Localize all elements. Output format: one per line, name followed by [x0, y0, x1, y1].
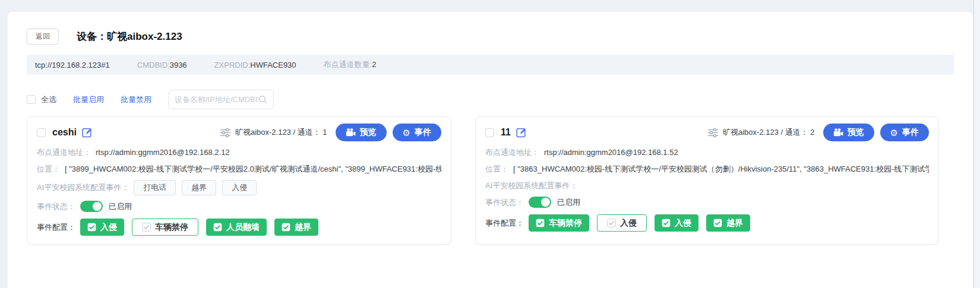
preview-button[interactable]: 预览	[336, 124, 387, 141]
batch-enable-link[interactable]: 批量启用	[73, 94, 104, 105]
card-checkbox[interactable]	[37, 128, 46, 137]
search-input[interactable]	[175, 95, 258, 104]
checkbox-icon	[713, 219, 722, 227]
event-config-row: 事件配置： 入侵车辆禁停人员翻墙越界	[37, 219, 441, 236]
back-button[interactable]: 返回	[27, 29, 59, 45]
event-status-row: 事件状态： 已启用	[37, 201, 441, 212]
sliders-icon[interactable]	[220, 128, 230, 137]
checkbox-icon	[142, 223, 151, 232]
sliders-icon[interactable]	[708, 128, 718, 137]
event-config-button[interactable]: 车辆禁停	[132, 219, 198, 236]
channel-address-value: rtsp://admin:ggmm2016@192.168.1.52	[544, 148, 678, 157]
channel-address-value: rtsp://admin:ggmm2016@192.168.2.12	[96, 148, 230, 157]
toolbar: 全选 批量启用 批量禁用	[27, 90, 954, 109]
event-config-button[interactable]: 入侵	[597, 214, 647, 232]
video-camera-icon	[833, 128, 843, 137]
event-button[interactable]: ⚙ 事件	[880, 124, 929, 141]
device-address: tcp://192.168.2.123#1	[35, 61, 110, 69]
event-config-button[interactable]: 入侵	[80, 219, 124, 236]
location-value: [ "3863_HWCAM002:校园-线下测试学校一/平安校园测试（勿删）/H…	[513, 164, 929, 175]
ai-event-tags: 打电话越界入侵	[134, 180, 257, 195]
scrollbar-track[interactable]	[973, 0, 980, 288]
device-card: 11 旷视aibox-2.123 / 通道： 2 预览 ⚙ 事件	[475, 116, 939, 245]
event-status-text: 已启用	[557, 197, 580, 208]
search-icon	[258, 95, 267, 104]
gear-icon: ⚙	[403, 128, 410, 137]
edit-icon[interactable]	[516, 127, 527, 138]
event-status-row: 事件状态： 已启用	[485, 197, 929, 208]
event-status-text: 已启用	[109, 201, 132, 212]
location-row: 位置： [ "3863_HWCAM002:校园-线下测试学校一/平安校园测试（勿…	[485, 163, 929, 175]
search-box	[168, 90, 274, 109]
event-config-button[interactable]: 车辆禁停	[529, 214, 589, 232]
event-config-button[interactable]: 越界	[274, 219, 318, 236]
device-channel-label: 旷视aibox-2.123 / 通道： 2	[723, 127, 815, 138]
device-info-bar: tcp://192.168.2.123#1 CMDBID:3936 ZXPRDI…	[27, 55, 954, 75]
preview-button[interactable]: 预览	[823, 124, 874, 141]
channel-count-field: 布点通道数量:2	[324, 59, 377, 70]
batch-disable-link[interactable]: 批量禁用	[121, 94, 151, 105]
ai-event-tag: 打电话	[134, 180, 176, 195]
page-title: 设备：旷视aibox-2.123	[77, 30, 182, 43]
ai-events-row: AI平安校园系统配置事件： 打电话越界入侵	[37, 180, 441, 195]
card-title: 11	[501, 127, 511, 138]
channel-address-row: 布点通道地址： rtsp://admin:ggmm2016@192.168.1.…	[485, 147, 929, 158]
checkbox-icon	[282, 223, 290, 232]
device-card-list: ceshi 旷视aibox-2.123 / 通道： 1 预览 ⚙ 事件	[27, 116, 954, 245]
device-channel-label: 旷视aibox-2.123 / 通道： 1	[235, 127, 327, 138]
select-all-label: 全选	[41, 94, 56, 105]
ai-events-row: AI平安校园系统配置事件：	[485, 180, 929, 191]
checkbox-icon	[87, 223, 96, 232]
card-header: ceshi 旷视aibox-2.123 / 通道： 1 预览 ⚙ 事件	[37, 124, 441, 141]
cmdbid-field: CMDBID:3936	[137, 61, 187, 69]
gear-icon: ⚙	[890, 128, 898, 137]
ai-event-tag: 入侵	[222, 180, 257, 195]
event-config-buttons: 车辆禁停入侵入侵越界	[529, 214, 750, 232]
card-title: ceshi	[52, 127, 77, 138]
select-all-checkbox[interactable]	[27, 95, 36, 104]
event-config-button[interactable]: 越界	[706, 214, 750, 232]
edit-icon[interactable]	[82, 127, 93, 138]
device-card: ceshi 旷视aibox-2.123 / 通道： 1 预览 ⚙ 事件	[27, 116, 451, 245]
checkbox-icon	[213, 223, 222, 232]
page-header: 返回 设备：旷视aibox-2.123	[27, 29, 954, 45]
event-status-toggle[interactable]	[80, 201, 103, 212]
checkbox-icon	[536, 219, 545, 227]
event-button[interactable]: ⚙ 事件	[393, 124, 441, 141]
location-row: 位置： [ "3899_HWCAM002:校园-线下测试学校一/平安校园2.0测…	[37, 163, 441, 175]
video-camera-icon	[346, 128, 356, 137]
event-config-button[interactable]: 人员翻墙	[206, 219, 267, 236]
main-panel: 返回 设备：旷视aibox-2.123 tcp://192.168.2.123#…	[8, 12, 973, 288]
event-config-row: 事件配置： 车辆禁停入侵入侵越界	[485, 214, 929, 232]
ai-event-tag: 越界	[182, 180, 216, 195]
event-status-toggle[interactable]	[529, 197, 551, 208]
channel-address-row: 布点通道地址： rtsp://admin:ggmm2016@192.168.2.…	[37, 147, 441, 158]
card-checkbox[interactable]	[485, 128, 494, 137]
checkbox-icon	[662, 219, 671, 227]
card-header: 11 旷视aibox-2.123 / 通道： 2 预览 ⚙ 事件	[485, 124, 929, 141]
event-config-button[interactable]: 入侵	[655, 214, 698, 232]
event-config-buttons: 入侵车辆禁停人员翻墙越界	[80, 219, 318, 236]
location-value: [ "3899_HWCAM002:校园-线下测试学校一/平安校园2.0测试/旷视…	[65, 164, 441, 175]
zxprdid-field: ZXPRDID:HWFACE930	[214, 61, 296, 69]
checkbox-icon	[607, 219, 616, 227]
